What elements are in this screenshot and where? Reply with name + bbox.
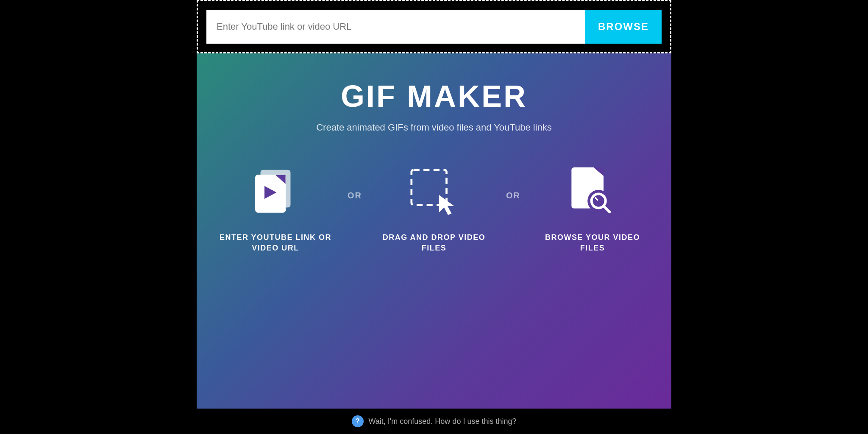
browse-button[interactable]: BROWSE	[585, 10, 662, 44]
option-browse-label: BROWSE YOUR VIDEO FILES	[533, 232, 652, 253]
drag-drop-icon	[404, 163, 464, 222]
page-subtitle: Create animated GIFs from video files an…	[316, 122, 552, 133]
bottom-help-bar: ? Wait, I'm confused. How do I use this …	[0, 409, 868, 434]
option-dragdrop[interactable]: DRAG AND DROP VIDEOFILES	[375, 163, 493, 253]
help-text[interactable]: Wait, I'm confused. How do I use this th…	[369, 417, 517, 426]
or-separator-1: OR	[348, 191, 362, 226]
url-input[interactable]	[206, 10, 585, 44]
options-row: ENTER YOUTUBE LINK ORVIDEO URL OR DRAG A…	[214, 163, 654, 253]
browse-file-icon	[563, 163, 622, 222]
or-separator-2: OR	[506, 191, 520, 226]
main-content: GIF MAKER Create animated GIFs from vide…	[197, 53, 671, 409]
option-youtube-label: ENTER YOUTUBE LINK ORVIDEO URL	[220, 232, 331, 253]
option-youtube[interactable]: ENTER YOUTUBE LINK ORVIDEO URL	[216, 163, 335, 253]
page-title: GIF MAKER	[341, 79, 527, 114]
help-icon[interactable]: ?	[352, 415, 364, 427]
option-dragdrop-label: DRAG AND DROP VIDEOFILES	[383, 232, 486, 253]
url-bar-container: BROWSE	[197, 0, 671, 53]
video-file-icon	[246, 163, 305, 222]
option-browse[interactable]: BROWSE YOUR VIDEO FILES	[533, 163, 652, 253]
